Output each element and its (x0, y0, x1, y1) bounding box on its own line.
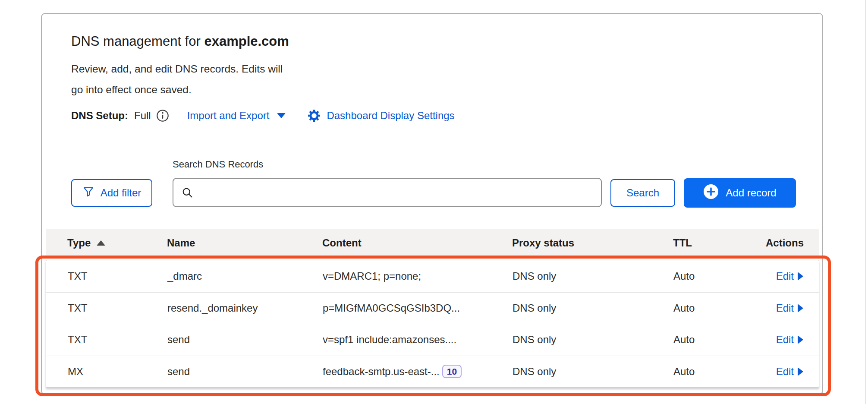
cell-content-text: p=MIGfMA0GCSqGSIb3DQ... (323, 302, 460, 314)
dns-setup-label: DNS Setup: (71, 110, 128, 122)
column-header-content[interactable]: Content (322, 237, 512, 249)
page-description-line1: Review, add, and edit DNS records. Edits… (71, 63, 283, 75)
table-row: TXT send v=spf1 include:amazonses.... DN… (46, 324, 819, 356)
cell-actions: Edit (754, 366, 803, 378)
cell-name: _dmarc (167, 270, 323, 282)
cell-actions: Edit (754, 270, 803, 282)
column-header-proxy-status[interactable]: Proxy status (512, 237, 673, 249)
sort-ascending-icon (97, 240, 105, 246)
column-header-actions: Actions (754, 237, 804, 249)
dashboard-display-settings-link[interactable]: Dashboard Display Settings (307, 109, 454, 123)
cell-name: send (167, 366, 323, 378)
mx-priority-badge: 10 (442, 365, 462, 378)
edit-label: Edit (776, 302, 794, 314)
info-icon[interactable] (156, 109, 169, 122)
page-title-prefix: DNS management for (71, 34, 204, 49)
cell-name: send (167, 334, 323, 346)
filter-icon (82, 186, 94, 200)
import-export-link[interactable]: Import and Export (187, 110, 286, 122)
chevron-right-icon (798, 304, 803, 312)
column-header-name[interactable]: Name (167, 237, 322, 249)
table-row: TXT resend._domainkey p=MIGfMA0GCSqGSIb3… (46, 292, 819, 324)
edit-link[interactable]: Edit (776, 270, 803, 282)
page-title-domain: example.com (204, 34, 289, 49)
cell-ttl: Auto (673, 334, 754, 346)
cell-ttl: Auto (673, 366, 754, 378)
add-filter-button[interactable]: Add filter (71, 179, 152, 207)
cell-content-text: v=spf1 include:amazonses.... (323, 334, 456, 346)
table-row: TXT _dmarc v=DMARC1; p=none; DNS only Au… (46, 260, 819, 292)
import-export-label: Import and Export (187, 110, 270, 122)
search-input[interactable] (173, 178, 602, 207)
cell-ttl: Auto (673, 302, 754, 314)
screen: DNS management for example.com Review, a… (0, 0, 868, 404)
edit-label: Edit (776, 334, 794, 346)
cell-content: v=spf1 include:amazonses.... (323, 334, 513, 346)
cell-type: MX (68, 366, 167, 378)
column-header-actions-label: Actions (766, 237, 804, 249)
cell-content: feedback-smtp.us-east-... 10 (323, 365, 513, 378)
cell-type: TXT (68, 334, 167, 346)
cell-actions: Edit (754, 334, 803, 346)
dns-setup-value: Full (134, 110, 151, 122)
column-header-ttl-label: TTL (673, 237, 692, 249)
edit-label: Edit (776, 270, 794, 282)
chevron-right-icon (798, 367, 803, 376)
page-edge-divider (865, 0, 866, 404)
edit-link[interactable]: Edit (776, 302, 803, 314)
add-record-label: Add record (726, 187, 776, 199)
cell-content: v=DMARC1; p=none; (323, 270, 513, 282)
cell-actions: Edit (754, 302, 803, 314)
edit-label: Edit (776, 366, 794, 378)
cell-content: p=MIGfMA0GCSqGSIb3DQ... (323, 302, 513, 314)
table-row: MX send feedback-smtp.us-east-... 10 DNS… (46, 356, 819, 388)
cell-proxy-status: DNS only (513, 302, 673, 314)
page-title: DNS management for example.com (71, 34, 289, 49)
page-description: Review, add, and edit DNS records. Edits… (71, 59, 283, 100)
search-button-label: Search (626, 187, 659, 199)
cell-proxy-status: DNS only (513, 334, 673, 346)
search-button[interactable]: Search (610, 179, 675, 207)
dashboard-display-settings-label: Dashboard Display Settings (327, 110, 454, 122)
table-header: Type Name Content Proxy status TTL Actio… (46, 229, 819, 257)
table-body: TXT _dmarc v=DMARC1; p=none; DNS only Au… (46, 260, 819, 388)
dns-management-card: DNS management for example.com Review, a… (41, 13, 823, 395)
cell-ttl: Auto (673, 270, 754, 282)
cell-name: resend._domainkey (167, 302, 323, 314)
chevron-right-icon (798, 272, 803, 281)
cell-proxy-status: DNS only (513, 270, 673, 282)
chevron-down-icon (277, 113, 286, 118)
search-box (173, 178, 602, 207)
gear-icon (307, 109, 321, 123)
edit-link[interactable]: Edit (776, 366, 803, 378)
add-record-button[interactable]: Add record (684, 178, 796, 208)
column-header-ttl[interactable]: TTL (673, 237, 754, 249)
edit-link[interactable]: Edit (776, 334, 803, 346)
plus-icon (703, 184, 719, 202)
column-header-proxy-status-label: Proxy status (512, 237, 574, 249)
chevron-right-icon (798, 335, 803, 344)
column-header-type-label: Type (67, 237, 91, 249)
cell-content-text: v=DMARC1; p=none; (323, 270, 421, 282)
dns-setup-row: DNS Setup: Full Import and Export (71, 108, 455, 123)
search-label: Search DNS Records (173, 159, 263, 170)
column-header-content-label: Content (322, 237, 362, 249)
page-description-line2: go into effect once saved. (71, 84, 192, 95)
add-filter-label: Add filter (101, 187, 142, 199)
cell-proxy-status: DNS only (513, 366, 673, 378)
cell-type: TXT (68, 270, 167, 282)
cell-type: TXT (68, 302, 167, 314)
column-header-type[interactable]: Type (67, 237, 167, 249)
column-header-name-label: Name (167, 237, 195, 249)
cell-content-text: feedback-smtp.us-east-... (323, 366, 440, 378)
